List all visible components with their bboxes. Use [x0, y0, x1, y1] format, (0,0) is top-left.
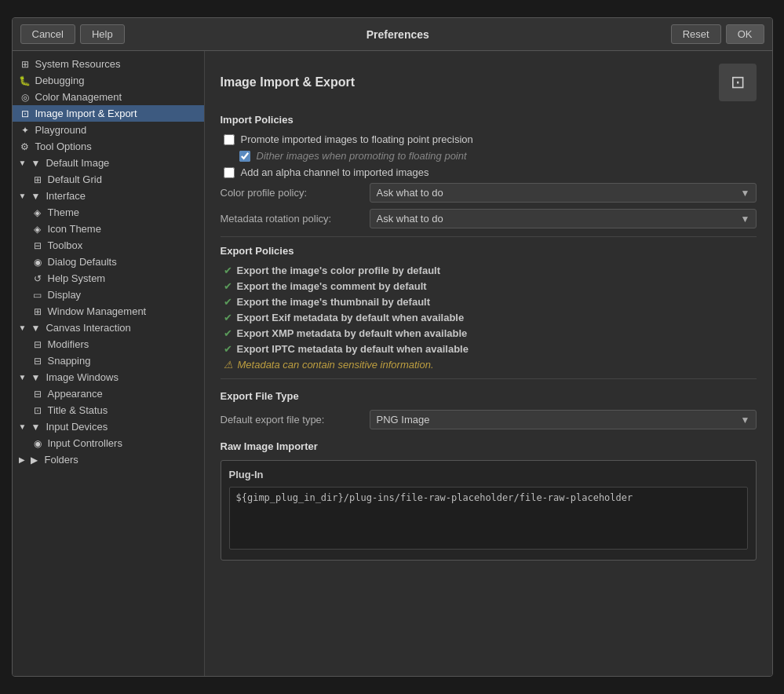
alpha-check-row: Add an alpha channel to imported images	[221, 166, 757, 178]
sidebar-item-input-devices[interactable]: ▼▼Input Devices	[13, 418, 204, 435]
sidebar-label-input-controllers: Input Controllers	[48, 437, 122, 449]
titlebar-left-buttons: Cancel Help	[20, 24, 125, 44]
cancel-button[interactable]: Cancel	[20, 24, 75, 44]
alpha-label: Add an alpha channel to imported images	[241, 166, 429, 178]
sidebar-item-snapping[interactable]: ⊟Snapping	[13, 352, 204, 369]
nav-icon-default-image: ▼	[29, 158, 42, 169]
sidebar-item-input-controllers[interactable]: ◉Input Controllers	[13, 435, 204, 451]
main-panel: Image Import & Export ⊡ Import Policies …	[205, 51, 772, 676]
sidebar-item-window-management[interactable]: ⊞Window Management	[13, 303, 204, 320]
sidebar-item-folders[interactable]: ▶▶Folders	[13, 451, 204, 468]
sidebar-item-modifiers[interactable]: ⊟Modifiers	[13, 336, 204, 352]
main-header: Image Import & Export ⊡	[221, 64, 757, 101]
reset-button[interactable]: Reset	[671, 24, 721, 44]
plugin-path-input[interactable]	[229, 487, 748, 550]
sidebar-label-canvas-interaction: Canvas Interaction	[46, 322, 130, 334]
help-button[interactable]: Help	[80, 24, 125, 44]
metadata-warning-row: ⚠ Metadata can contain sensitive informa…	[221, 359, 757, 371]
sidebar-item-title-status[interactable]: ⊡Title & Status	[13, 402, 204, 418]
check-icon-6: ✔	[224, 343, 232, 355]
sidebar-item-appearance[interactable]: ⊟Appearance	[13, 385, 204, 402]
dither-checkbox[interactable]	[239, 151, 250, 162]
sidebar-label-title-status: Title & Status	[48, 404, 108, 416]
dither-check-row: Dither images when promoting to floating…	[221, 150, 757, 162]
raw-box: Plug-In	[221, 460, 757, 561]
arrow-icon-folders: ▶	[19, 455, 25, 464]
raw-importer-section: Raw Image Importer Plug-In	[221, 440, 757, 561]
sidebar-item-color-management[interactable]: ◎Color Management	[13, 89, 204, 105]
color-profile-select[interactable]: Ask what to do Keep embedded profile Con…	[370, 183, 757, 203]
sidebar-item-display[interactable]: ▭Display	[13, 287, 204, 303]
export-exif-row: ✔ Export Exif metadata by default when a…	[221, 312, 757, 323]
import-policies-title: Import Policies	[221, 114, 757, 126]
nav-icon-system-resources: ⊞	[19, 59, 31, 70]
arrow-icon-input-devices: ▼	[19, 422, 27, 431]
sidebar-item-tool-options[interactable]: ⚙Tool Options	[13, 138, 204, 155]
sidebar-label-image-windows: Image Windows	[46, 371, 118, 383]
sidebar-label-theme: Theme	[48, 206, 79, 218]
nav-icon-input-devices: ▼	[29, 422, 42, 433]
sidebar-item-icon-theme[interactable]: ◈Icon Theme	[13, 221, 204, 237]
check-icon-2: ✔	[224, 280, 232, 292]
warning-icon: ⚠	[224, 359, 233, 371]
sidebar-item-toolbox[interactable]: ⊟Toolbox	[13, 237, 204, 254]
sidebar-item-help-system[interactable]: ↺Help System	[13, 270, 204, 287]
nav-icon-tool-options: ⚙	[19, 141, 31, 152]
sidebar-item-playground[interactable]: ✦Playground	[13, 122, 204, 138]
sidebar-item-dialog-defaults[interactable]: ◉Dialog Defaults	[13, 254, 204, 270]
sidebar-label-display: Display	[48, 289, 82, 301]
sidebar-label-tool-options: Tool Options	[35, 141, 92, 152]
nav-icon-theme: ◈	[31, 207, 44, 218]
sidebar-label-color-management: Color Management	[35, 91, 122, 103]
color-profile-label: Color profile policy:	[221, 187, 362, 199]
ok-button[interactable]: OK	[726, 24, 764, 44]
nav-icon-window-management: ⊞	[31, 306, 44, 317]
check-icon-5: ✔	[224, 327, 232, 339]
promote-label: Promote imported images to floating poin…	[241, 133, 473, 145]
sidebar-label-debugging: Debugging	[35, 75, 85, 86]
nav-icon-default-grid: ⊞	[31, 174, 44, 185]
nav-icon-title-status: ⊡	[31, 405, 44, 416]
sidebar-item-interface[interactable]: ▼▼Interface	[13, 188, 204, 204]
sidebar-label-image-import-export: Image Import & Export	[35, 108, 137, 119]
nav-icon-folders: ▶	[28, 455, 41, 466]
export-color-profile-row: ✔ Export the image's color profile by de…	[221, 265, 757, 276]
nav-icon-toolbox: ⊟	[31, 240, 44, 251]
sidebar-item-default-image[interactable]: ▼▼Default Image	[13, 155, 204, 171]
sidebar: ⊞System Resources🐛Debugging◎Color Manage…	[13, 51, 205, 676]
sidebar-label-snapping: Snapping	[48, 355, 91, 367]
nav-icon-appearance: ⊟	[31, 389, 44, 400]
sidebar-item-system-resources[interactable]: ⊞System Resources	[13, 56, 204, 72]
sidebar-label-default-image: Default Image	[46, 157, 109, 169]
titlebar: Cancel Help Preferences Reset OK	[13, 18, 772, 51]
nav-icon-image-import-export: ⊡	[19, 108, 31, 119]
alpha-checkbox[interactable]	[224, 167, 235, 178]
export-thumbnail-row: ✔ Export the image's thumbnail by defaul…	[221, 296, 757, 308]
raw-importer-title: Raw Image Importer	[221, 440, 757, 452]
arrow-icon-canvas-interaction: ▼	[19, 323, 27, 332]
export-thumbnail-label: Export the image's thumbnail by default	[237, 296, 431, 308]
sidebar-item-canvas-interaction[interactable]: ▼▼Canvas Interaction	[13, 320, 204, 336]
export-iptc-label: Export IPTC metadata by default when ava…	[237, 343, 469, 355]
sidebar-label-toolbox: Toolbox	[48, 239, 83, 251]
promote-checkbox[interactable]	[224, 134, 235, 145]
sidebar-item-default-grid[interactable]: ⊞Default Grid	[13, 171, 204, 188]
sidebar-item-theme[interactable]: ◈Theme	[13, 204, 204, 221]
nav-icon-debugging: 🐛	[19, 75, 31, 86]
export-xmp-row: ✔ Export XMP metadata by default when av…	[221, 327, 757, 339]
nav-icon-snapping: ⊟	[31, 356, 44, 367]
arrow-icon-image-windows: ▼	[19, 373, 27, 382]
export-file-type-section: Export File Type Default export file typ…	[221, 390, 757, 429]
sidebar-item-image-windows[interactable]: ▼▼Image Windows	[13, 369, 204, 385]
sidebar-item-debugging[interactable]: 🐛Debugging	[13, 72, 204, 89]
nav-icon-canvas-interaction: ▼	[29, 323, 42, 334]
file-type-select[interactable]: PNG Image JPEG Image TIFF Image BMP Imag…	[370, 410, 757, 429]
metadata-rotation-select[interactable]: Ask what to do Rotate automatically Neve…	[370, 209, 757, 228]
sidebar-label-help-system: Help System	[48, 272, 106, 284]
sidebar-item-image-import-export[interactable]: ⊡Image Import & Export	[13, 105, 204, 122]
metadata-warning-text: Metadata can contain sensitive informati…	[238, 359, 434, 371]
export-xmp-label: Export XMP metadata by default when avai…	[237, 327, 468, 339]
nav-icon-display: ▭	[31, 290, 44, 301]
nav-icon-image-windows: ▼	[29, 372, 42, 383]
nav-icon-interface: ▼	[29, 191, 42, 202]
